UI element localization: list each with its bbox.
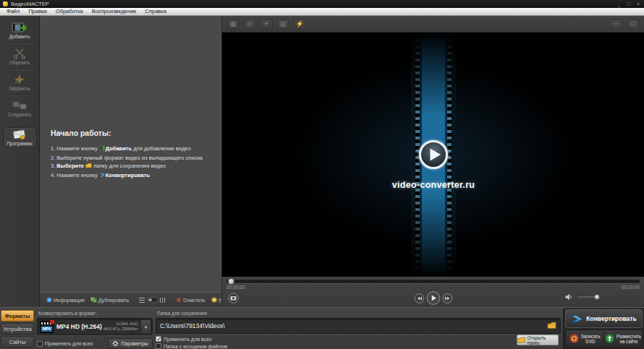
main-area: Добавить Обрезать Эффекты [0, 16, 644, 307]
rewind-button[interactable] [414, 293, 424, 303]
play-icon [417, 138, 450, 171]
effects-wand-icon [12, 74, 27, 85]
sidebar-label-trim: Обрезать [9, 60, 30, 65]
menu-help[interactable]: Справка [141, 8, 171, 15]
video-toolbar-right: ▭ ⊡ [610, 19, 640, 30]
clear-icon [176, 297, 182, 303]
mp4-format-icon: MP4 [40, 321, 54, 333]
seek-slider[interactable] [226, 280, 640, 283]
sidebar-button-join[interactable]: Соединить [3, 98, 37, 119]
volume-slider[interactable] [577, 296, 599, 298]
open-folder-button[interactable]: Открыть папку [517, 335, 559, 345]
menu-file[interactable]: Файл [2, 8, 24, 15]
duplicate-icon [90, 297, 97, 303]
preview-play-button[interactable] [417, 138, 450, 174]
add-video-mini-icon [99, 145, 106, 154]
tab-devices[interactable]: Устройства [1, 323, 34, 335]
menu-playback[interactable]: Воспроизведение [88, 8, 141, 15]
step-3: 3. Выберите папку для сохранения видео [51, 162, 216, 171]
info-icon: i [46, 297, 52, 303]
publish-globe-icon [605, 334, 614, 343]
browse-folder-button[interactable] [547, 319, 556, 332]
hd-badge [50, 320, 54, 324]
effects-button[interactable]: ☀ [260, 19, 273, 30]
duplicate-button[interactable]: Дублировать [88, 297, 132, 303]
watermark-text: video-converter.ru [392, 180, 475, 190]
video-preview: video-converter.ru [222, 33, 644, 277]
menu-processing[interactable]: Обработка [51, 8, 88, 15]
save-folder-label: Папка для сохранения: [157, 311, 561, 316]
step-1: 1. Нажмите кнопку Добавить для добавлени… [51, 145, 216, 154]
add-video-icon [12, 22, 27, 33]
screen-mode-icon: ▭ [614, 20, 620, 27]
view-switch[interactable] [147, 297, 158, 303]
sidebar-separator [4, 95, 36, 96]
app-icon [3, 1, 8, 7]
sidebar-button-programs[interactable]: Программы [3, 127, 37, 148]
sidebar-button-add[interactable]: Добавить [3, 20, 37, 40]
menu-edit[interactable]: Правка [24, 8, 51, 15]
play-button[interactable] [426, 291, 440, 305]
convert-button[interactable]: Конвертировать [565, 309, 643, 328]
parameters-button[interactable]: Параметры [108, 338, 153, 349]
file-list-panel: Начало работы: 1. Нажмите кнопку Добавит… [41, 16, 221, 307]
fullscreen-icon: ⊡ [630, 20, 636, 27]
forward-button[interactable] [442, 293, 452, 303]
save-apply-all-checkbox[interactable]: Применить для всех [156, 336, 561, 342]
format-dropdown-button[interactable]: ▼ [140, 319, 151, 334]
crop-button[interactable]: ▦ [226, 19, 240, 30]
tab-formats[interactable]: Форматы [1, 310, 34, 322]
sidebar-button-effects[interactable]: Эффекты [3, 72, 37, 92]
checkbox-unchecked[interactable] [156, 343, 161, 349]
gear-icon [112, 340, 119, 347]
snapshot-button[interactable] [228, 293, 239, 306]
seek-handle[interactable] [228, 278, 234, 285]
folder-mini-icon [85, 163, 92, 171]
tab-sites[interactable]: Сайты [1, 336, 34, 348]
screen-mode-button[interactable]: ▭ [610, 19, 623, 30]
save-folder-section: Папка для сохранения: C:\Users\79134\Vid… [156, 308, 561, 349]
format-selector[interactable]: MP4 MP4 HD (H.264) H.264, AAC 48,0 КГц, … [37, 318, 153, 335]
sidebar-button-trim[interactable]: Обрезать [3, 46, 37, 66]
player-controls [222, 290, 644, 307]
maximize-button[interactable]: □ [627, 0, 630, 8]
view-toggle[interactable] [139, 297, 166, 303]
file-list-toolbar: i Информация Дублировать Очистить [41, 292, 221, 307]
format-apply-all-checkbox[interactable]: Применить для всех [37, 341, 93, 347]
checkbox-unchecked[interactable] [37, 341, 43, 347]
join-clips-icon [12, 100, 27, 111]
title-bar: ВидеоМАСТЕР _ □ × [0, 0, 644, 8]
volume-handle[interactable] [594, 294, 600, 300]
minimize-button[interactable]: _ [618, 0, 621, 8]
action-section: Конвертировать ЗаписатьDVD Раз [563, 308, 644, 349]
sidebar-label-effects: Эффекты [9, 86, 30, 91]
watermark-button[interactable]: ▧ [276, 19, 289, 30]
convert-format-label: Конвертировать в формат: [38, 311, 153, 316]
speaker-icon[interactable] [565, 293, 573, 301]
folder-icon [547, 322, 556, 329]
videomaster-window: ВидеоМАСТЕР _ □ × Файл Правка Обработка … [0, 0, 644, 349]
publish-online-button[interactable]: Разместитьна сайте [604, 329, 643, 348]
format-name: MP4 HD (H.264) [56, 323, 102, 330]
time-row: 00:00:00 00:00:00 [222, 283, 644, 290]
format-details: H.264, AAC 48,0 КГц, 256Кбит [103, 322, 140, 332]
clear-button[interactable]: Очистить [173, 297, 208, 303]
transport-buttons [414, 291, 452, 305]
save-options: Применить для всех Папка с исходным файл… [156, 336, 561, 349]
checkbox-checked[interactable] [156, 336, 161, 342]
speed-button[interactable]: ⚡ [293, 19, 306, 30]
resize-button[interactable]: ◎ [243, 19, 256, 30]
sidebar-label-add: Добавить [9, 34, 30, 39]
format-codec: H.264, AAC [103, 322, 138, 327]
fullscreen-button[interactable]: ⊡ [627, 19, 640, 30]
close-button[interactable]: × [637, 0, 640, 8]
getting-started: Начало работы: 1. Нажмите кнопку Добавит… [51, 129, 216, 180]
programs-envelope-icon [12, 129, 27, 140]
sidebar-label-join: Соединить [8, 112, 32, 117]
info-button[interactable]: i Информация [43, 297, 88, 303]
list-view-icon [139, 298, 145, 303]
save-path-input[interactable]: C:\Users\79134\Videos\ [156, 318, 561, 334]
source-folder-checkbox[interactable]: Папка с исходным файлом [156, 343, 561, 349]
burn-dvd-button[interactable]: ЗаписатьDVD [565, 329, 604, 348]
remove-icon [211, 297, 217, 303]
